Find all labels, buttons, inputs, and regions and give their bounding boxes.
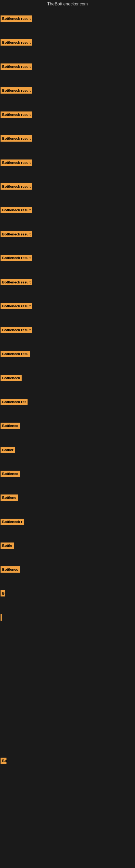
bottleneck-bar: Bottlene (1, 495, 18, 501)
site-title: TheBottlenecker.com (47, 2, 88, 6)
bottleneck-bar: Bottleneck result (1, 327, 32, 333)
bottleneck-bar: Bottleneck r (1, 519, 24, 525)
bottleneck-bar: Bottleneck resu (1, 351, 30, 357)
bottleneck-bar: Bottleneck res (1, 399, 28, 405)
bars-container: Bottleneck resultBottleneck resultBottle… (0, 8, 135, 868)
bottleneck-bar: Bottleneck result (1, 39, 32, 45)
bottleneck-bar: Bottlenec (1, 471, 20, 477)
bottleneck-bar: Bottleneck result (1, 183, 32, 190)
bottleneck-bar: Bo (1, 757, 6, 764)
bottleneck-bar: Bottleneck result (1, 231, 32, 237)
bottleneck-bar: Bottler (1, 447, 15, 453)
bottleneck-bar: Bottleneck result (1, 279, 32, 285)
bottleneck-bar-tiny (1, 614, 2, 621)
bottleneck-bar: Bottleneck result (1, 159, 32, 166)
bottleneck-bar: Bottleneck (1, 375, 21, 381)
bottleneck-bar: Bottleneck result (1, 135, 32, 142)
bottleneck-bar: Bottleneck result (1, 255, 32, 261)
site-title-container: TheBottlenecker.com (0, 0, 135, 8)
bottleneck-bar: Bottlenec (1, 423, 20, 429)
bottleneck-bar: Bottleneck result (1, 303, 32, 309)
bottleneck-bar: Bottleneck result (1, 87, 32, 94)
bottleneck-bar: Bottleneck result (1, 16, 32, 22)
bottleneck-bar: B (1, 590, 5, 596)
bottleneck-bar: Bottlenec (1, 566, 20, 572)
bottleneck-bar: Bottle (1, 542, 14, 549)
bottleneck-bar: Bottleneck result (1, 63, 32, 70)
bottleneck-bar: Bottleneck result (1, 112, 32, 118)
bottleneck-bar: Bottleneck result (1, 207, 32, 213)
